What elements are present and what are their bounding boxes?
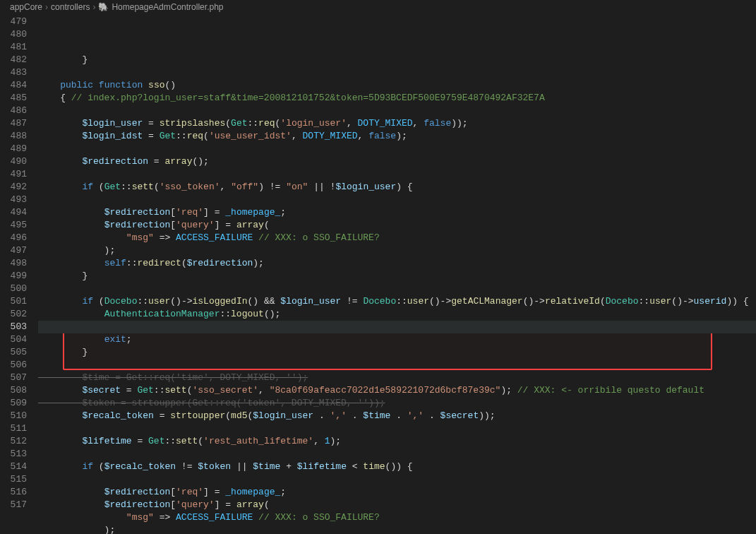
code-line[interactable]: $time = Get::req('time', DOTY_MIXED, '')… — [38, 372, 756, 384]
line-number: 488 — [0, 130, 27, 143]
php-icon: 🐘 — [98, 2, 109, 12]
code-line[interactable] — [38, 422, 756, 435]
code-line[interactable]: $lifetime = Get::sett('rest_auth_lifetim… — [38, 435, 756, 448]
code-line[interactable]: exit; — [38, 333, 756, 346]
code-line[interactable]: self::redirect($redirection); — [38, 257, 756, 270]
line-number: 506 — [0, 359, 27, 372]
code-line[interactable]: public function sso() — [38, 79, 756, 92]
code-line[interactable] — [38, 105, 756, 117]
code-line[interactable]: $recalc_token = strtoupper(md5($login_us… — [38, 410, 756, 422]
code-line[interactable]: ); — [38, 524, 756, 534]
code-line[interactable] — [38, 66, 756, 79]
line-number: 504 — [0, 333, 27, 346]
line-number: 479 — [0, 16, 27, 28]
line-number: 490 — [0, 155, 27, 168]
code-line[interactable]: "msg" => ACCESS_FAILURE // XXX: o SSO_FA… — [38, 511, 756, 524]
line-number: 481 — [0, 41, 27, 54]
code-line[interactable]: $login_idst = Get::req('use_user_idst', … — [38, 130, 756, 143]
line-number-gutter: 4794804814824834844854864874884894904914… — [0, 16, 38, 534]
line-number: 487 — [0, 117, 27, 130]
breadcrumb-seg-0[interactable]: appCore — [10, 2, 42, 12]
code-area[interactable]: } public function sso() { // index.php?l… — [38, 16, 756, 534]
line-number: 498 — [0, 257, 27, 270]
line-number: 509 — [0, 397, 27, 410]
line-number: 492 — [0, 181, 27, 194]
code-line[interactable]: ); — [38, 244, 756, 257]
code-line[interactable]: AuthenticationManager::logout(); — [38, 308, 756, 321]
breadcrumb-seg-2[interactable]: HomepageAdmController.php — [112, 2, 223, 12]
code-line[interactable] — [38, 168, 756, 181]
code-line[interactable]: $redirection['req'] = _homepage_; — [38, 206, 756, 219]
line-number: 500 — [0, 283, 27, 295]
line-number: 502 — [0, 308, 27, 321]
code-line[interactable]: if (Get::sett('sso_token', "off") != "on… — [38, 181, 756, 194]
line-number: 516 — [0, 486, 27, 499]
code-line[interactable] — [38, 473, 756, 486]
line-number: 508 — [0, 384, 27, 397]
breadcrumb-sep-icon: › — [45, 2, 48, 12]
line-number: 514 — [0, 461, 27, 473]
line-number: 510 — [0, 410, 27, 422]
code-line[interactable]: $token = strtoupper(Get::req('token', DO… — [38, 397, 756, 410]
breadcrumb-seg-1[interactable]: controllers — [51, 2, 90, 12]
code-line[interactable]: "msg" => ACCESS_FAILURE // XXX: o SSO_FA… — [38, 232, 756, 244]
line-number: 491 — [0, 168, 27, 181]
line-number: 489 — [0, 143, 27, 155]
line-number: 517 — [0, 499, 27, 511]
code-editor[interactable]: 4794804814824834844854864874884894904914… — [0, 16, 756, 534]
line-number: 503 — [0, 321, 27, 333]
code-line[interactable] — [38, 283, 756, 295]
line-number: 511 — [0, 422, 27, 435]
line-number: 501 — [0, 295, 27, 308]
line-number: 495 — [0, 219, 27, 232]
code-line[interactable]: $redirection['query'] = array( — [38, 219, 756, 232]
line-number: 483 — [0, 66, 27, 79]
code-line[interactable] — [38, 359, 756, 372]
line-number: 515 — [0, 473, 27, 486]
code-line[interactable]: $login_user = stripslashes(Get::req('log… — [38, 117, 756, 130]
line-number: 505 — [0, 346, 27, 359]
line-number: 493 — [0, 194, 27, 206]
line-number: 497 — [0, 244, 27, 257]
code-line[interactable]: } — [38, 270, 756, 283]
code-line[interactable]: { // index.php?login_user=staff&time=200… — [38, 92, 756, 105]
code-line[interactable] — [38, 194, 756, 206]
line-number: 486 — [0, 105, 27, 117]
code-line[interactable]: if (Docebo::user()->isLoggedIn() && $log… — [38, 295, 756, 308]
line-number: 482 — [0, 54, 27, 66]
code-line[interactable] — [38, 448, 756, 461]
code-line[interactable]: } — [38, 346, 756, 359]
code-line[interactable]: $redirection['req'] = _homepage_; — [38, 486, 756, 499]
breadcrumb[interactable]: appCore › controllers › 🐘 HomepageAdmCon… — [0, 0, 756, 16]
code-line[interactable]: $secret = Get::sett('sso_secret', "8ca0f… — [38, 384, 756, 397]
line-number: 513 — [0, 448, 27, 461]
code-line[interactable]: $redirection['query'] = array( — [38, 499, 756, 511]
line-number: 507 — [0, 372, 27, 384]
code-line[interactable]: } — [38, 54, 756, 66]
code-line[interactable] — [38, 143, 756, 155]
code-line[interactable]: if ($recalc_token != $token || $time + $… — [38, 461, 756, 473]
line-number: 496 — [0, 232, 27, 244]
current-line-highlight — [38, 321, 756, 333]
line-number: 484 — [0, 79, 27, 92]
line-number: 512 — [0, 435, 27, 448]
code-line[interactable]: $redirection = array(); — [38, 155, 756, 168]
line-number: 485 — [0, 92, 27, 105]
line-number: 499 — [0, 270, 27, 283]
breadcrumb-sep-icon: › — [92, 2, 95, 12]
line-number: 494 — [0, 206, 27, 219]
line-number: 480 — [0, 28, 27, 41]
